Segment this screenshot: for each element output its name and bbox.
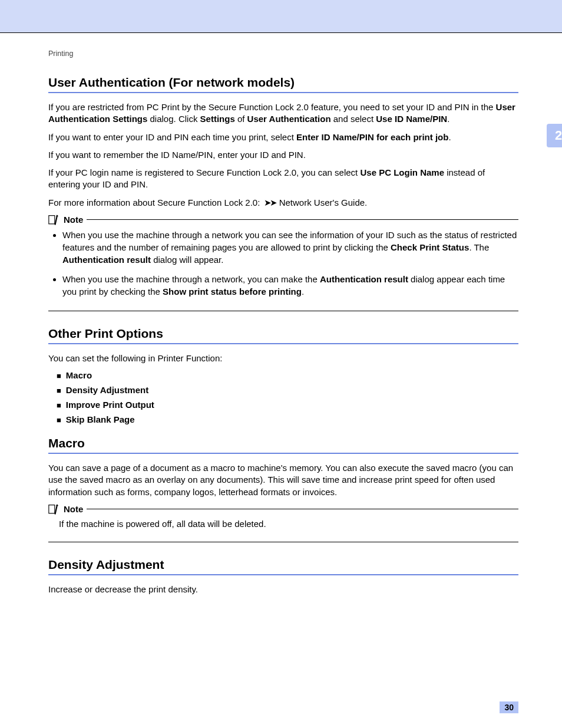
bold-text: User Authentication <box>247 114 331 124</box>
heading-user-auth: User Authentication (For network models) <box>48 75 518 90</box>
bold-text: Settings <box>200 114 235 124</box>
paragraph: If you want to remember the ID Name/PIN,… <box>48 149 518 161</box>
paragraph: You can set the following in Printer Fun… <box>48 353 518 364</box>
bold-text: Check Print Status <box>391 242 469 252</box>
text: and select <box>331 114 376 124</box>
text: dialog. Click <box>147 114 200 124</box>
svg-rect-1 <box>49 505 55 513</box>
bold-text: Show print status before printing <box>163 286 302 297</box>
text: If you want to enter your ID and PIN eac… <box>48 132 296 142</box>
bold-text: Use ID Name/PIN <box>376 114 447 124</box>
note-item: When you use the machine through a netwo… <box>62 273 518 298</box>
running-header: Printing <box>48 50 518 58</box>
heading-other-print-options: Other Print Options <box>48 327 518 341</box>
bold-text: Authentication result <box>320 274 408 284</box>
section-rule <box>48 92 518 93</box>
option-item-macro: Macro <box>57 370 518 380</box>
section-rule <box>48 574 518 575</box>
paragraph: For more information about Secure Functi… <box>48 197 518 209</box>
text: When you use the machine through a netwo… <box>62 274 320 284</box>
text: . <box>302 286 304 297</box>
bold-text: Use PC Login Name <box>360 167 444 177</box>
bold-text: Enter ID Name/PIN for each print job <box>296 132 448 142</box>
paragraph: If your PC login name is registered to S… <box>48 167 518 191</box>
note-body: If the machine is powered off, all data … <box>48 515 518 542</box>
svg-rect-0 <box>49 215 55 223</box>
text: If you are restricted from PC Print by t… <box>48 102 496 112</box>
top-band <box>0 0 562 32</box>
note-item: When you use the machine through a netwo… <box>62 229 518 266</box>
text: For more information about Secure Functi… <box>48 197 263 207</box>
page-body: 2 Printing User Authentication (For netw… <box>0 33 562 719</box>
page-number: 30 <box>500 701 518 713</box>
heading-macro: Macro <box>48 436 518 450</box>
paragraph: You can save a page of a document as a m… <box>48 462 518 498</box>
option-item-skip-blank: Skip Blank Page <box>57 414 518 424</box>
note-body: When you use the machine through a netwo… <box>48 225 518 311</box>
option-list: Macro Density Adjustment Improve Print O… <box>48 370 518 424</box>
text: dialog will appear. <box>151 255 223 265</box>
option-item-improve: Improve Print Output <box>57 400 518 410</box>
note-rule <box>87 509 518 509</box>
note-header: Note <box>48 215 518 225</box>
bold-text: Authentication result <box>62 255 151 265</box>
arrow-icon: ➤➤ <box>264 197 276 209</box>
section-rule <box>48 453 518 454</box>
option-item-density: Density Adjustment <box>57 385 518 395</box>
paragraph: If you are restricted from PC Print by t… <box>48 101 518 126</box>
note-icon <box>48 215 60 225</box>
text: . The <box>469 242 489 252</box>
note-label: Note <box>64 215 83 225</box>
text: of <box>235 114 247 124</box>
note-label: Note <box>64 504 83 514</box>
section-rule <box>48 343 518 344</box>
text: . <box>448 132 451 142</box>
note-text: If the machine is powered off, all data … <box>48 518 518 530</box>
text: If your PC login name is registered to S… <box>48 167 360 177</box>
paragraph: Increase or decrease the print density. <box>48 584 518 595</box>
text: Network User's Guide. <box>277 197 368 207</box>
note-icon <box>48 504 60 515</box>
paragraph: If you want to enter your ID and PIN eac… <box>48 131 518 143</box>
note-header: Note <box>48 504 518 515</box>
page-footer: 30 <box>500 701 518 713</box>
text: . <box>447 114 449 124</box>
heading-density-adjustment: Density Adjustment <box>48 558 518 572</box>
chapter-tab: 2 <box>547 124 562 147</box>
note-rule <box>87 219 518 220</box>
